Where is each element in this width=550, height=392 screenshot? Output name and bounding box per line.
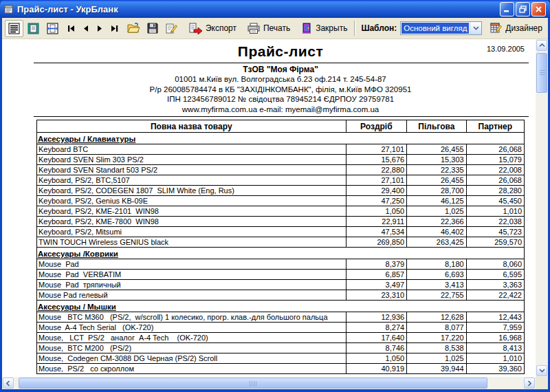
price-cell: 22,911 (346, 217, 407, 227)
window-title: Прайс-лист - УкрБланк (17, 4, 500, 14)
product-name-cell: TWIN TOUCH Wireless GENIUS black (37, 237, 346, 248)
prev-page-button[interactable] (79, 20, 93, 37)
product-name-cell: Keyboard SVEN Standart 503 PS/2 (37, 165, 346, 175)
page-view-button[interactable] (5, 20, 23, 37)
product-row: Keyboard, PS/2, KME-2101 WIN981,0501,025… (37, 206, 525, 217)
price-table: Повна назва товару Роздріб Пільгова Парт… (36, 120, 525, 374)
prev-page-icon (82, 25, 90, 32)
price-cell: 45,723 (466, 227, 524, 237)
combo-dropdown-button[interactable] (470, 22, 481, 34)
price-cell: 45,450 (466, 196, 524, 206)
designer-button[interactable]: Дизайнер (487, 20, 545, 37)
price-cell: 269,850 (346, 237, 407, 248)
horizontal-scroll-thumb[interactable] (19, 378, 487, 389)
table-header-row: Повна назва товару Роздріб Пільгова Парт… (37, 120, 525, 133)
section-header-row: Аксесуары /Коврики (37, 248, 525, 259)
price-cell: 16,968 (466, 333, 524, 343)
price-cell: 46,402 (407, 227, 466, 237)
price-cell: 8,413 (466, 343, 524, 353)
price-cell: 22,755 (407, 290, 466, 301)
exit-door-icon (300, 22, 313, 34)
price-cell: 8,180 (407, 259, 466, 270)
save-floppy-icon (146, 22, 159, 34)
open-button[interactable] (124, 20, 143, 37)
product-row: Keyboard, PS/2, Mitsumi47,53446,40245,72… (37, 227, 525, 237)
price-cell: 8,746 (346, 343, 407, 353)
section-name: Аксесуары / Мышки (38, 303, 116, 311)
close-preview-button[interactable]: Закрыть (298, 20, 350, 37)
price-cell: 40,919 (346, 364, 407, 374)
export-button[interactable]: Экспорт (186, 20, 239, 37)
price-cell: 1,025 (407, 206, 466, 217)
product-row: Mouse Pad гелевый23,31022,75522,422 (37, 290, 525, 301)
section-name: Аксесуары /Коврики (38, 250, 118, 258)
product-name-cell: Mouse Pad (37, 259, 346, 270)
product-name-cell: Mouse, BTC M200 (PS/2) (37, 343, 346, 353)
product-name-cell: Mouse A-4 Tech Serial (OK-720) (37, 323, 346, 333)
product-name-cell: Keyboard SVEN Slim 303 PS/2 (37, 155, 346, 165)
restore-button[interactable] (516, 2, 530, 17)
price-cell: 17,220 (407, 333, 466, 343)
close-preview-button-label: Закрыть (316, 23, 347, 33)
price-cell: 22,422 (466, 290, 524, 301)
price-cell: 7,959 (466, 323, 524, 333)
product-name-cell: Keyboard BTC (37, 144, 346, 155)
product-row: Keyboard, PS/2, Genius KB-09E47,25046,12… (37, 196, 525, 206)
preview-area: Прайс-лист 13.09.2005 ТзОВ "Моя Фірма" 0… (2, 39, 548, 389)
app-icon (3, 3, 14, 14)
whole-page-button[interactable] (24, 20, 43, 37)
col-header-retail: Роздріб (346, 120, 407, 133)
first-page-button[interactable] (64, 20, 79, 37)
open-folder-icon (126, 22, 140, 34)
scroll-up-button[interactable] (536, 40, 547, 51)
price-cell: 15,303 (407, 155, 466, 165)
product-row: Mouse, Codegen CM-3088 DG Черная (PS/2) … (37, 353, 525, 364)
vertical-scrollbar[interactable] (536, 39, 548, 377)
product-row: Mouse, BTC M200 (PS/2)8,7468,5388,413 (37, 343, 525, 353)
scroll-right-button[interactable] (524, 378, 535, 389)
price-cell: 259,570 (466, 237, 524, 248)
last-page-button[interactable] (107, 20, 122, 37)
print-button[interactable]: Печать (244, 20, 293, 37)
scroll-down-button[interactable] (536, 365, 547, 376)
price-cell: 39,360 (466, 364, 524, 374)
price-cell: 27,101 (346, 175, 407, 186)
printer-icon (247, 23, 261, 34)
close-window-button[interactable] (531, 2, 546, 17)
product-row: Mouse, LCT PS/2 аналог A-4 Tech (OK-720)… (37, 333, 525, 343)
chevron-down-icon (473, 26, 479, 30)
price-cell: 26,455 (407, 175, 466, 186)
chevron-left-icon (6, 380, 10, 386)
titlebar[interactable]: Прайс-лист - УкрБланк (0, 0, 550, 18)
price-cell: 26,068 (466, 144, 524, 155)
company-web-line: www.myfirma.com.ua e-mail: myemail@myfir… (36, 105, 525, 115)
chevron-up-icon (539, 43, 545, 47)
price-cell: 29,400 (346, 186, 407, 196)
toolbar: Экспорт Печать Закрыть Шаб (2, 18, 548, 39)
product-row: Mouse, PS/2 со скроллом40,91939,94439,36… (37, 364, 525, 374)
price-cell: 28,700 (407, 186, 466, 196)
report-page: Прайс-лист 13.09.2005 ТзОВ "Моя Фірма" 0… (2, 39, 536, 377)
page-width-button[interactable] (43, 20, 62, 37)
next-page-button[interactable] (93, 20, 107, 37)
scroll-left-button[interactable] (3, 378, 14, 389)
price-cell: 12,443 (466, 312, 524, 323)
col-header-name: Повна назва товару (37, 120, 346, 133)
price-cell: 15,079 (466, 155, 524, 165)
template-select[interactable]: Основний вигляд (400, 21, 482, 35)
price-cell: 1,050 (346, 353, 407, 364)
price-cell: 47,534 (346, 227, 407, 237)
price-cell: 26,455 (407, 144, 466, 155)
section-header-row: Аксесуары / Клавиатуры (37, 133, 525, 144)
edit-button[interactable] (162, 20, 181, 37)
save-button[interactable] (144, 20, 162, 37)
minimize-button[interactable] (500, 2, 514, 17)
product-row: TWIN TOUCH Wireless GENIUS black269,8502… (37, 237, 525, 248)
product-row: Keyboard, PS/2, CODEGEN 1807 SLIM White … (37, 186, 525, 196)
price-cell: 12,628 (407, 312, 466, 323)
horizontal-scrollbar[interactable] (2, 377, 536, 389)
export-icon (188, 23, 203, 34)
price-cell: 6,693 (407, 270, 466, 280)
price-cell: 6,857 (346, 270, 407, 280)
vertical-scroll-thumb[interactable] (536, 53, 547, 93)
